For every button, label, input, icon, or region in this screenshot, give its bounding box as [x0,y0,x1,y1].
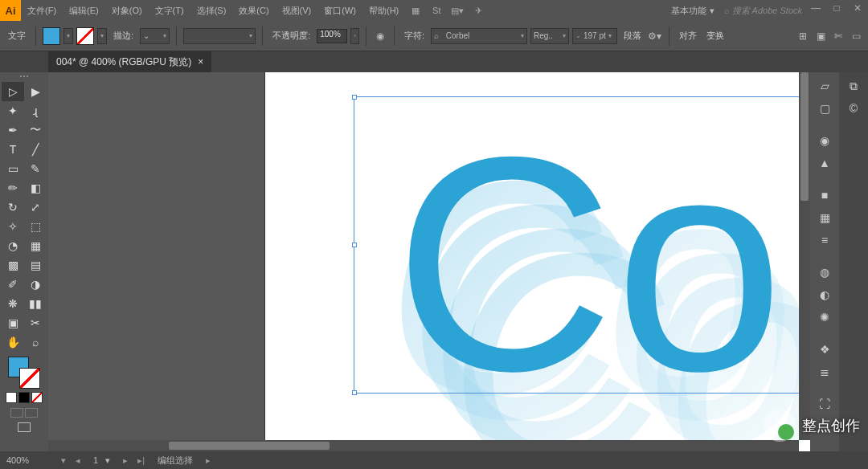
swatches-panel-icon[interactable]: ■ [813,185,836,206]
document-tab[interactable]: 004* @ 400% (RGB/GPU 预览) × [48,51,211,72]
crop-icon[interactable]: ✄ [831,29,845,43]
align-link[interactable]: 对齐 [676,30,700,42]
color-guide-panel-icon[interactable]: ▲ [813,153,836,173]
stock-icon[interactable]: St [428,2,445,19]
curvature-tool[interactable]: 〜 [24,120,47,140]
layers-icon[interactable]: ⧉ [842,75,865,96]
menu-object[interactable]: 对象(O) [105,0,149,21]
draw-mode-row[interactable] [10,408,38,418]
shape-builder-tool[interactable]: ◔ [2,236,24,255]
brushes-panel-icon[interactable]: ▦ [813,207,836,228]
watermark: 整点创作 [764,410,860,442]
menu-select[interactable]: 选择(S) [190,0,233,21]
options-icon[interactable]: ▭ [849,29,863,43]
font-size[interactable]: ⌄197 pt▾ [572,28,617,44]
eyedropper-tool[interactable]: ✐ [2,275,24,294]
scrollbar-vertical[interactable] [799,72,810,440]
zoom-dropdown[interactable]: ▾ [56,455,71,466]
opacity-input[interactable]: 100% [317,29,347,43]
artboard-nav-last[interactable]: ▸| [133,455,149,466]
document-tab-bar: 004* @ 400% (RGB/GPU 预览) × [0,51,868,72]
transform-link[interactable]: 变换 [703,30,727,42]
graph-tool[interactable]: ▮▮ [24,294,47,313]
rotate-tool[interactable]: ↻ [2,198,24,217]
workspace-switcher[interactable]: 基本功能 ▾ [665,5,720,17]
screen-mode-row[interactable] [18,422,31,432]
shaper-tool[interactable]: ✏ [2,178,24,198]
menu-type[interactable]: 文字(T) [149,0,190,21]
brush-definition[interactable]: ▾ [183,28,256,44]
mask-icon[interactable]: ▣ [813,29,828,43]
color-panel-icon[interactable]: ◉ [813,130,836,151]
transparency-panel-icon[interactable]: ✺ [813,307,836,328]
slice-tool[interactable]: ✂ [24,313,47,332]
stroke-panel-icon[interactable]: ◍ [813,262,836,283]
font-family[interactable]: ⌕ Corbel▾ [431,28,527,44]
rectangle-tool[interactable]: ▭ [2,159,24,178]
eraser-tool[interactable]: ◧ [24,178,47,198]
lasso-tool[interactable]: ɻ [24,101,47,120]
artboard-nav-next[interactable]: ▸ [118,455,133,466]
status-menu[interactable]: ▸ [201,455,215,466]
menu-edit[interactable]: 编辑(E) [63,0,105,21]
gradient-panel-icon[interactable]: ◐ [813,284,836,305]
appearance-panel-icon[interactable]: ❖ [813,339,836,360]
close-tab-icon[interactable]: × [198,56,203,67]
canvas-area[interactable]: Co Co Co Co Co [48,72,810,451]
artboard-nav-prev[interactable]: ◂ [71,455,85,466]
stroke-dropdown[interactable]: ▾ [97,28,107,44]
graphic-styles-panel-icon[interactable]: ≣ [813,361,836,382]
app-logo: Ai [0,0,21,21]
direct-selection-tool[interactable]: ▶ [24,82,47,101]
paragraph-link[interactable]: 段落 [620,30,645,42]
arrange-icon[interactable]: ▤▾ [448,2,466,19]
font-weight[interactable]: Reg..▾ [530,28,569,44]
gpu-icon[interactable]: ✈ [469,2,487,19]
paragraph-icon[interactable]: ⚙▾ [648,29,662,43]
fill-swatch[interactable] [43,27,60,45]
window-maximize[interactable]: □ [826,2,847,18]
paintbrush-tool[interactable]: ✎ [24,159,47,178]
menu-window[interactable]: 窗口(W) [317,0,362,21]
stroke-swatch[interactable] [76,27,94,45]
properties-panel-icon[interactable]: ▱ [813,75,836,96]
menu-effect[interactable]: 效果(C) [232,0,275,21]
bridge-icon[interactable]: ▦ [407,2,424,19]
magic-wand-tool[interactable]: ✦ [2,101,24,120]
hand-tool[interactable]: ✋ [2,332,24,352]
window-minimize[interactable]: — [805,2,826,18]
scrollbar-horizontal[interactable] [48,440,799,451]
recolor-icon[interactable]: ◉ [373,29,387,43]
menu-help[interactable]: 帮助(H) [362,0,405,21]
search-adobe-stock[interactable]: ⌕ 搜索 Adobe Stock [721,5,806,17]
symbol-sprayer-tool[interactable]: ❋ [2,294,24,313]
selection-tool[interactable]: ▷ [2,82,24,101]
color-mode-row[interactable] [6,392,43,403]
menu-file[interactable]: 文件(F) [21,0,63,21]
gradient-tool[interactable]: ▤ [24,255,47,275]
zoom-tool[interactable]: ⌕ [24,332,47,352]
pen-tool[interactable]: ✒ [2,120,24,140]
window-close[interactable]: ✕ [847,2,868,18]
fill-stroke-indicator[interactable] [8,357,40,389]
line-tool[interactable]: ╱ [24,140,47,159]
blend-tool[interactable]: ◑ [24,275,47,294]
selection-bounding-box[interactable] [354,96,810,394]
artboard-nav[interactable]: 1 ▾ [85,455,118,466]
perspective-tool[interactable]: ▦ [24,236,47,255]
libraries-panel-icon[interactable]: ▢ [813,98,836,119]
fill-dropdown[interactable]: ▾ [63,28,73,44]
width-tool[interactable]: ✧ [2,217,24,236]
free-transform-tool[interactable]: ⬚ [24,217,47,236]
mesh-tool[interactable]: ▩ [2,255,24,275]
stroke-weight[interactable]: ⌄ ▾ [140,28,170,44]
opacity-dd[interactable]: › [350,28,359,44]
artboard-tool[interactable]: ▣ [2,313,24,332]
cc-icon[interactable]: © [842,98,865,119]
isolate-icon[interactable]: ⊞ [796,29,810,43]
menu-view[interactable]: 视图(V) [276,0,318,21]
zoom-level[interactable]: 400% [0,455,56,465]
scale-tool[interactable]: ⤢ [24,198,47,217]
symbols-panel-icon[interactable]: ≡ [813,230,836,251]
type-tool[interactable]: T [2,140,24,159]
